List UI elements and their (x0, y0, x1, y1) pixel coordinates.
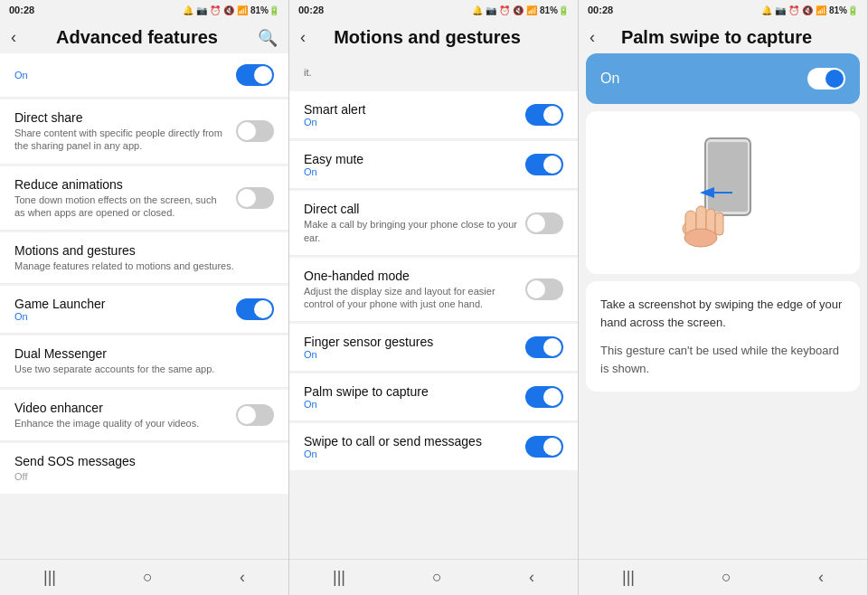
swipe-call-status: On (304, 449, 518, 459)
toggle-knob (527, 280, 545, 298)
send-sos-title: Send SOS messages (14, 454, 274, 468)
wifi-icon-2: 📶 (526, 5, 537, 15)
video-enhancer-title: Video enhancer (14, 401, 229, 415)
nav-back-1[interactable]: ‹ (240, 568, 245, 587)
page-title-3: Palm swipe to capture (621, 27, 812, 48)
smart-alert-toggle[interactable] (525, 104, 563, 126)
page-title-2: Motions and gestures (334, 27, 521, 48)
send-sos-item[interactable]: Send SOS messages Off (0, 443, 288, 494)
palm-swipe-main-toggle[interactable] (807, 68, 845, 90)
camera-icon: 📷 (196, 5, 207, 15)
direct-call-toggle[interactable] (525, 212, 563, 234)
on-indicator-item: On (0, 53, 288, 98)
palm-illustration-box (586, 111, 860, 274)
one-handed-item[interactable]: One-handed mode Adjust the display size … (289, 258, 578, 323)
page-title-1: Advanced features (56, 27, 218, 48)
send-sos-status: Off (14, 470, 274, 483)
motions-gestures-item[interactable]: Motions and gestures Manage features rel… (0, 232, 288, 284)
nav-recent-2[interactable]: ||| (333, 568, 345, 587)
toggle-knob (543, 438, 561, 456)
reduce-animations-toggle[interactable] (236, 187, 274, 209)
status-icons-1: 🔔 📷 ⏰ 🔇 📶 81%🔋 (183, 5, 279, 15)
easy-mute-toggle[interactable] (525, 154, 563, 175)
palm-description: Take a screenshot by swiping the edge of… (586, 281, 860, 392)
status-bar-2: 00:28 🔔 📷 ⏰ 🔇 📶 81%🔋 (289, 0, 578, 20)
direct-share-subtitle: Share content with specific people direc… (14, 127, 229, 153)
settings-list-2: it. Smart alert On Easy mute On Direct c… (289, 53, 578, 559)
panel-motions-gestures: 00:28 🔔 📷 ⏰ 🔇 📶 81%🔋 ‹ Motions and gestu… (289, 0, 579, 595)
one-handed-subtitle: Adjust the display size and layout for e… (304, 285, 518, 311)
panel-advanced-features: 00:28 🔔 📷 ⏰ 🔇 📶 81%🔋 ‹ Advanced features… (0, 0, 289, 595)
dual-messenger-title: Dual Messenger (14, 346, 274, 361)
top-bar-2: ‹ Motions and gestures (289, 20, 578, 53)
battery-2: 81%🔋 (540, 5, 569, 15)
reduce-animations-item[interactable]: Reduce animations Tone down motion effec… (0, 166, 288, 231)
alarm-icon-2: ⏰ (499, 5, 510, 15)
game-launcher-item[interactable]: Game Launcher On (0, 286, 288, 334)
swipe-call-item[interactable]: Swipe to call or send messages On (289, 423, 578, 470)
bottom-nav-2: ||| ○ ‹ (289, 559, 578, 595)
smart-alert-item[interactable]: Smart alert On (289, 91, 578, 139)
nav-recent-3[interactable]: ||| (622, 568, 635, 587)
status-icons-2: 🔔 📷 ⏰ 🔇 📶 81%🔋 (472, 5, 569, 15)
battery-1: 81%🔋 (250, 5, 279, 15)
direct-share-title: Direct share (14, 110, 229, 125)
finger-sensor-title: Finger sensor gestures (304, 335, 518, 349)
game-launcher-title: Game Launcher (14, 297, 229, 311)
one-handed-toggle[interactable] (525, 279, 563, 300)
direct-share-toggle[interactable] (236, 120, 274, 142)
palm-on-row: On (586, 53, 860, 104)
finger-sensor-item[interactable]: Finger sensor gestures On (289, 324, 578, 372)
game-launcher-toggle[interactable] (236, 298, 274, 320)
video-enhancer-subtitle: Enhance the image quality of your videos… (14, 417, 229, 430)
swipe-call-toggle[interactable] (525, 436, 563, 458)
video-enhancer-toggle[interactable] (236, 404, 274, 426)
video-enhancer-item[interactable]: Video enhancer Enhance the image quality… (0, 390, 288, 441)
status-bar-3: 00:28 🔔 📷 ⏰ 🔇 📶 81%🔋 (579, 0, 867, 20)
reduce-animations-title: Reduce animations (14, 177, 229, 192)
mute-icon-2: 🔇 (513, 5, 524, 15)
nav-home-3[interactable]: ○ (722, 568, 731, 587)
direct-share-item[interactable]: Direct share Share content with specific… (0, 99, 288, 165)
toggle-knob (543, 388, 561, 406)
finger-sensor-status: On (304, 349, 518, 360)
nav-back-3[interactable]: ‹ (818, 568, 824, 587)
back-button-2[interactable]: ‹ (300, 28, 306, 47)
palm-desc-2: This gesture can't be used while the key… (600, 342, 845, 377)
camera-icon-2: 📷 (486, 5, 496, 15)
easy-mute-status: On (304, 166, 518, 177)
toggle-knob (543, 156, 561, 174)
alarm-icon-3: ⏰ (788, 5, 799, 15)
palm-swipe-toggle[interactable] (525, 386, 563, 408)
wifi-icon: 📶 (237, 5, 248, 15)
one-handed-title: One-handed mode (304, 269, 518, 283)
palm-on-label: On (600, 71, 619, 87)
palm-desc-1: Take a screenshot by swiping the edge of… (600, 296, 845, 331)
motions-gestures-title: Motions and gestures (14, 243, 274, 258)
easy-mute-item[interactable]: Easy mute On (289, 141, 578, 189)
back-button-3[interactable]: ‹ (590, 28, 595, 47)
notification-icon: 🔔 (183, 5, 193, 15)
search-icon-1[interactable]: 🔍 (258, 28, 278, 48)
back-button-1[interactable]: ‹ (11, 28, 16, 47)
settings-list-1: On Direct share Share content with speci… (0, 53, 288, 559)
finger-sensor-toggle[interactable] (525, 336, 563, 358)
nav-home-1[interactable]: ○ (143, 568, 153, 587)
direct-call-title: Direct call (304, 202, 518, 216)
nav-recent-1[interactable]: ||| (43, 568, 56, 587)
dual-messenger-item[interactable]: Dual Messenger Use two separate accounts… (0, 335, 288, 387)
panel-palm-swipe: 00:28 🔔 📷 ⏰ 🔇 📶 81%🔋 ‹ Palm swipe to cap… (579, 0, 868, 595)
palm-swipe-item[interactable]: Palm swipe to capture On (289, 373, 578, 421)
nav-home-2[interactable]: ○ (432, 568, 442, 587)
direct-call-item[interactable]: Direct call Make a call by bringing your… (289, 191, 578, 256)
on-indicator-toggle[interactable] (236, 64, 274, 86)
toggle-knob-main (826, 70, 844, 88)
toggle-knob (254, 66, 272, 84)
toggle-knob (238, 406, 256, 424)
nav-back-2[interactable]: ‹ (529, 568, 534, 587)
swipe-call-title: Swipe to call or send messages (304, 434, 518, 449)
motions-intro: it. (289, 53, 578, 90)
smart-alert-status: On (304, 117, 518, 128)
on-indicator-text: On (14, 70, 229, 80)
time-3: 00:28 (588, 5, 613, 15)
